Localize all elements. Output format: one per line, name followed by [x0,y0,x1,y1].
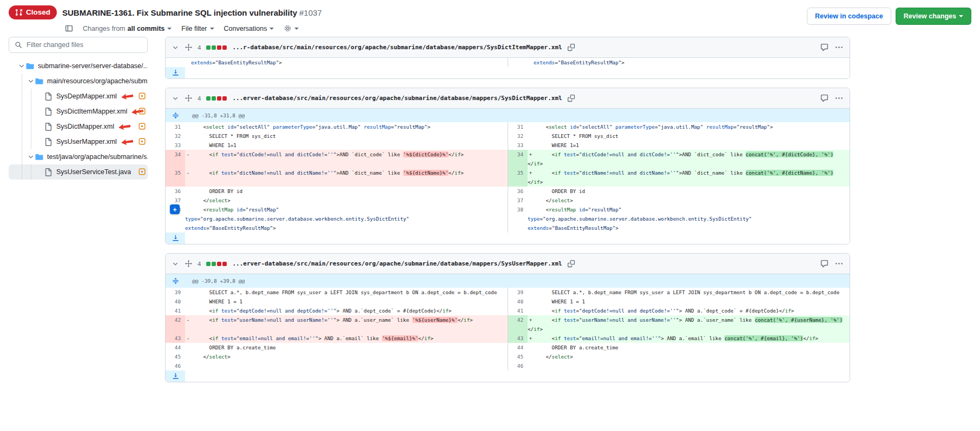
line-number[interactable]: 37 [508,196,528,205]
copy-path-icon[interactable] [567,94,576,103]
collapse-file-chevron-icon[interactable] [171,43,180,52]
line-number[interactable]: 38 [508,205,528,233]
line-number[interactable]: 45 [166,352,185,361]
copy-path-icon[interactable] [567,43,576,52]
line-number[interactable]: 31 [166,122,185,131]
code-line: <resultMap id="resultMap" type="org.apac… [528,205,850,233]
kebab-menu-icon[interactable] [834,258,844,269]
changes-from-menu[interactable]: Changes fromall commits [83,25,172,32]
diff-right-half: 37 </select> [508,196,850,205]
tree-item-label: SysDictItemMapper.xml [56,108,127,115]
comment-icon[interactable] [819,42,830,52]
line-number[interactable] [166,58,185,67]
file-filter-menu[interactable]: File filter [181,25,214,32]
line-number[interactable]: 35 [508,168,528,187]
conversations-menu[interactable]: Conversations [224,25,274,32]
line-number[interactable]: 43 [166,334,185,343]
drag-handle-icon[interactable] [184,43,193,52]
diff-file-header: 4...erver-database/src/main/resources/or… [166,254,850,274]
line-number[interactable]: 39 [166,288,185,297]
hunk-header: @@ -39,8 +39,8 @@ [166,274,850,288]
line-number[interactable]: 35 [166,168,185,187]
add-line-comment-button[interactable]: + [170,204,180,214]
line-number[interactable]: 37 [166,196,185,205]
line-number[interactable]: 40 [508,297,528,306]
line-number[interactable]: 36 [508,187,528,196]
line-number[interactable]: 33 [166,141,185,150]
changes-count: 4 [198,261,201,267]
review-changes-button[interactable]: Review changes [896,8,971,25]
line-number[interactable]: 46 [166,361,185,370]
file-tree-toggle-icon[interactable] [65,24,73,32]
pr-title: SUBMARINE-1361. Fix Submarine SQL inject… [62,8,322,17]
line-number[interactable]: 44 [166,343,185,352]
line-number[interactable]: 42 [166,315,185,334]
diff-table: extends="BaseEntityResultMap">extends="B… [166,58,850,78]
tree-row-folder[interactable]: main/resources/org/apache/subm... [9,74,148,89]
code-line: <if test="deptCode!=null and deptCode!='… [528,306,850,315]
expand-down-icon[interactable] [166,370,185,382]
code-line: - <if test="userName!=null and userName!… [185,315,508,334]
code-line: WHERE 1=1 [528,141,850,150]
kebab-menu-icon[interactable] [834,42,844,52]
expand-down-icon[interactable] [166,67,185,78]
diff-marker: + [528,315,534,324]
drag-handle-icon[interactable] [184,259,193,268]
expand-down-icon[interactable] [166,233,185,244]
line-number[interactable]: 33 [508,141,528,150]
diff-right-half: 31 <select id="selectAll" parameterType=… [508,122,850,131]
pr-status-label: Closed [26,8,50,17]
kebab-menu-icon[interactable] [834,93,844,103]
copy-path-icon[interactable] [567,259,576,269]
line-number[interactable]: 45 [508,352,528,361]
line-number[interactable]: 41 [166,306,185,315]
line-number[interactable]: 34 [508,150,528,168]
line-number[interactable]: 32 [166,131,185,141]
expand-hunk-icon[interactable] [166,274,185,288]
review-in-codespace-button[interactable]: Review in codespace [807,8,891,25]
collapse-file-chevron-icon[interactable] [171,94,180,103]
drag-handle-icon[interactable] [184,94,193,103]
line-number[interactable]: 43 [508,334,528,343]
search-icon [15,41,22,49]
file-icon [44,123,55,131]
comment-icon[interactable] [819,93,830,103]
comment-icon[interactable] [819,258,830,269]
tree-row-file[interactable]: SysDeptMapper.xml [9,89,148,104]
collapse-file-chevron-icon[interactable] [171,260,180,268]
line-number[interactable]: 31 [508,122,528,131]
diff-left-half: 38+ <resultMap id="resultMap" type="org.… [166,205,508,233]
line-number[interactable]: 38+ [166,205,185,233]
line-number[interactable]: 32 [508,131,528,141]
tree-row-file[interactable]: SysDictItemMapper.xml [9,104,148,119]
gear-icon [284,24,292,32]
line-number[interactable] [508,58,528,67]
tree-row-folder[interactable]: test/java/org/apache/submarine/s... [9,149,148,164]
diffstat-square [206,96,211,101]
tree-row-file[interactable]: SysUserMapper.xml [9,134,148,149]
line-number[interactable]: 41 [508,306,528,315]
diff-left-half: 39 SELECT a.*, b.dept_name FROM sys_user… [166,288,508,297]
line-number[interactable]: 40 [166,297,185,306]
line-number[interactable]: 44 [508,343,528,352]
filter-files-input[interactable] [27,41,142,49]
file-path: ...erver-database/src/main/resources/org… [232,95,562,102]
tree-row-file[interactable]: SysDictMapper.xml [9,119,148,134]
line-number[interactable]: 39 [508,288,528,297]
line-number[interactable]: 46 [508,361,528,370]
diffstat [206,45,227,50]
line-number[interactable]: 34 [166,150,185,168]
code-line: - <if test="dictCode!=null and dictCode!… [185,150,508,168]
diff-marker: + [528,150,534,159]
diff-settings-gear-menu[interactable] [284,24,299,32]
line-number[interactable]: 36 [166,187,185,196]
tree-row-folder[interactable]: submarine-server/server-database/... [9,58,148,74]
tree-group: SysUserServiceTest.java [9,164,148,180]
tree-row-file[interactable]: SysUserServiceTest.java [9,164,148,180]
diff-right-half: 46 [508,361,850,370]
folder-icon [26,62,37,70]
code-line: ORDER BY a.create_time [528,343,850,352]
expand-hunk-icon[interactable] [166,109,185,122]
diff-right-half: 39 SELECT a.*, b.dept_name FROM sys_user… [508,288,850,297]
line-number[interactable]: 42 [508,315,528,334]
